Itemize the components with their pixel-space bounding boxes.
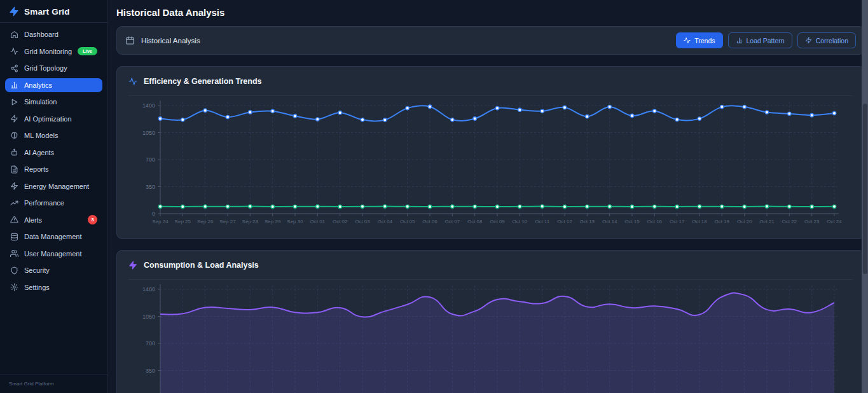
trending-up-icon — [10, 199, 18, 207]
trends-button-label: Trends — [694, 37, 715, 45]
sidebar-item-settings[interactable]: Settings — [5, 280, 102, 294]
sidebar-item-label: Dashboard — [24, 31, 97, 38]
page-title: Historical Data Analysis — [116, 7, 865, 18]
svg-text:Oct 04: Oct 04 — [378, 219, 393, 224]
sidebar-item-label: Performance — [24, 199, 97, 207]
sidebar-item-label: AI Agents — [24, 149, 97, 156]
svg-text:Oct 02: Oct 02 — [333, 219, 348, 224]
sidebar-item-data-management[interactable]: Data Management — [5, 230, 102, 244]
sidebar-nav: DashboardGrid MonitoringLiveGrid Topolog… — [0, 23, 107, 301]
sidebar-item-label: Data Management — [24, 233, 97, 240]
sidebar-item-ai-optimization[interactable]: AI Optimization — [5, 112, 102, 126]
svg-text:Oct 23: Oct 23 — [804, 219, 820, 224]
file-text-icon — [10, 165, 18, 174]
topology-icon — [10, 64, 18, 72]
sidebar-item-label: Grid Topology — [24, 64, 97, 72]
svg-text:Oct 24: Oct 24 — [827, 219, 842, 224]
svg-text:Oct 13: Oct 13 — [580, 219, 595, 224]
svg-text:Sep 28: Sep 28 — [242, 219, 259, 224]
analysis-toolbar: Historical Analysis Trends Load Pattern … — [116, 26, 865, 55]
users-icon — [10, 249, 18, 258]
chart-header: Consumption & Load Analysis — [117, 251, 864, 279]
sidebar-item-label: Grid Monitoring — [24, 48, 72, 55]
sidebar-item-ml-models[interactable]: ML Models — [5, 128, 102, 142]
svg-text:Sep 29: Sep 29 — [265, 219, 281, 224]
zap-icon — [128, 261, 137, 270]
sidebar-item-performance[interactable]: Performance — [5, 196, 102, 210]
generation-trends-chart: 035070010501400Sep 24Sep 25Sep 26Sep 27S… — [117, 97, 857, 231]
sidebar: Smart Grid DashboardGrid MonitoringLiveG… — [0, 0, 108, 393]
sidebar-item-analytics[interactable]: Analytics — [5, 78, 102, 92]
bot-icon — [10, 148, 18, 156]
bar-chart-icon — [736, 37, 743, 44]
alert-triangle-icon — [10, 216, 18, 224]
play-icon — [10, 98, 18, 106]
svg-text:Sep 26: Sep 26 — [197, 219, 214, 224]
sidebar-item-ai-agents[interactable]: AI Agents — [5, 146, 102, 160]
svg-text:Oct 21: Oct 21 — [759, 219, 775, 224]
svg-text:Oct 17: Oct 17 — [670, 219, 685, 224]
svg-text:Sep 30: Sep 30 — [287, 219, 303, 224]
toolbar-context: Historical Analysis — [125, 36, 200, 45]
sidebar-item-dashboard[interactable]: Dashboard — [5, 27, 102, 41]
svg-text:Oct 16: Oct 16 — [647, 219, 663, 224]
correlation-button-label: Correlation — [816, 37, 848, 45]
divider — [128, 95, 853, 96]
chart-header: Efficiency & Generation Trends — [117, 67, 864, 95]
svg-text:Oct 22: Oct 22 — [782, 219, 797, 224]
svg-text:Sep 27: Sep 27 — [219, 219, 236, 224]
svg-text:Oct 10: Oct 10 — [513, 219, 528, 224]
consumption-load-chart-card: Consumption & Load Analysis 035070010501… — [116, 250, 865, 393]
sidebar-item-label: Energy Management — [24, 183, 97, 190]
zap-icon — [9, 6, 19, 17]
sidebar-item-label: ML Models — [24, 132, 97, 139]
sidebar-item-simulation[interactable]: Simulation — [5, 95, 102, 109]
sidebar-item-grid-monitoring[interactable]: Grid MonitoringLive — [5, 45, 102, 59]
sidebar-item-label: User Management — [24, 250, 97, 258]
load-pattern-button-label: Load Pattern — [747, 37, 785, 45]
svg-text:1050: 1050 — [142, 314, 155, 320]
sidebar-item-alerts[interactable]: Alerts3 — [5, 213, 102, 227]
scrollbar-thumb[interactable] — [863, 104, 867, 274]
svg-text:700: 700 — [146, 156, 155, 163]
svg-text:Oct 15: Oct 15 — [624, 219, 640, 224]
sidebar-item-reports[interactable]: Reports — [5, 162, 102, 176]
main-content: Historical Data Analysis Historical Anal… — [108, 0, 868, 393]
svg-text:1400: 1400 — [142, 286, 155, 293]
svg-text:Sep 25: Sep 25 — [175, 219, 191, 224]
svg-text:Oct 14: Oct 14 — [602, 219, 617, 224]
sidebar-item-user-management[interactable]: User Management — [5, 247, 102, 261]
svg-text:Oct 07: Oct 07 — [445, 219, 460, 224]
scrollbar[interactable] — [862, 0, 868, 393]
svg-text:Oct 09: Oct 09 — [490, 219, 505, 224]
svg-text:Oct 01: Oct 01 — [310, 219, 326, 224]
activity-icon — [10, 47, 18, 55]
shield-icon — [10, 266, 18, 275]
trends-button[interactable]: Trends — [676, 32, 722, 48]
svg-text:Oct 08: Oct 08 — [467, 219, 483, 224]
svg-text:Oct 03: Oct 03 — [355, 219, 370, 224]
svg-text:1400: 1400 — [142, 102, 155, 109]
sidebar-item-grid-topology[interactable]: Grid Topology — [5, 61, 102, 75]
correlation-button[interactable]: Correlation — [797, 32, 856, 48]
generation-trends-chart-card: Efficiency & Generation Trends 035070010… — [116, 66, 865, 239]
app-window: Smart Grid DashboardGrid MonitoringLiveG… — [0, 0, 868, 393]
load-pattern-button[interactable]: Load Pattern — [728, 32, 792, 48]
chart-title: Consumption & Load Analysis — [144, 261, 259, 270]
gear-icon — [10, 283, 18, 291]
sidebar-item-energy-management[interactable]: Energy Management — [5, 179, 102, 193]
svg-text:Oct 19: Oct 19 — [715, 219, 730, 224]
sidebar-footer: Smart Grid Platform — [0, 375, 107, 393]
svg-text:Sep 24: Sep 24 — [152, 219, 169, 224]
zap-icon — [805, 37, 812, 44]
svg-text:700: 700 — [146, 340, 155, 347]
svg-text:Oct 05: Oct 05 — [400, 219, 415, 224]
zap-icon — [10, 182, 18, 190]
app-title: Smart Grid — [24, 7, 70, 17]
grid-monitoring-badge: Live — [78, 47, 97, 55]
sidebar-item-label: Analytics — [24, 81, 97, 89]
divider — [128, 279, 853, 280]
consumption-load-chart: 035070010501400Sep 24Sep 25Sep 26Sep 27S… — [117, 281, 857, 393]
sidebar-item-security[interactable]: Security — [5, 263, 102, 277]
alerts-badge: 3 — [88, 215, 97, 224]
